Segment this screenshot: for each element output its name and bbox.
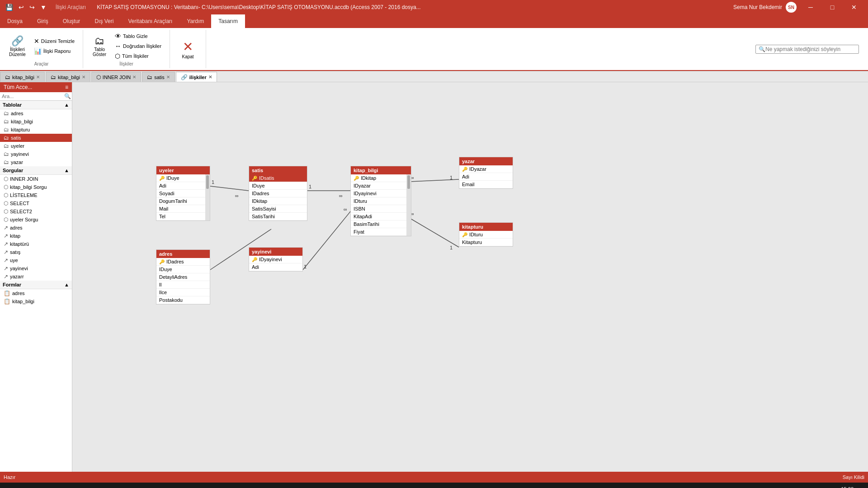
iliskiler-duzenle-btn[interactable]: 🔗 İlişkileriDüzenle bbox=[5, 33, 29, 59]
sidebar-item-kitap[interactable]: ↗ kitap bbox=[0, 232, 72, 240]
field-postakodu[interactable]: Postakodu bbox=[156, 296, 210, 304]
minimize-btn[interactable]: ─ bbox=[800, 0, 821, 14]
field-detayliadres[interactable]: DetayliAdres bbox=[156, 273, 210, 281]
field-soyadi[interactable]: Soyadi bbox=[156, 190, 205, 197]
windows-start-btn[interactable]: ⊞ bbox=[4, 484, 19, 488]
field-idturu[interactable]: IDturu bbox=[351, 197, 406, 205]
close-btn[interactable]: ✕ bbox=[844, 0, 864, 14]
field-idyazar[interactable]: IDyazar bbox=[351, 182, 406, 190]
field-yayinevi-adi[interactable]: Adi bbox=[249, 263, 302, 271]
field-kitapadi[interactable]: KitapAdi bbox=[351, 213, 406, 221]
sidebar-item-kitapform[interactable]: 📋 kitap_bilgi bbox=[0, 297, 72, 305]
field-satissayisi[interactable]: SatisSayisi bbox=[249, 205, 307, 213]
iliski-raporu-btn[interactable]: 📊 İlişki Raporu bbox=[31, 47, 77, 56]
field-mail[interactable]: Mail bbox=[156, 205, 205, 213]
uyeler-scrollbar[interactable] bbox=[205, 174, 210, 221]
doc-tab-innerjoin[interactable]: ⬡ INNER JOIN ✕ bbox=[91, 72, 141, 82]
save-quick-btn[interactable]: 💾 bbox=[4, 3, 15, 12]
field-yazar-email[interactable]: Email bbox=[459, 181, 513, 188]
sidebar-item-listeleme[interactable]: ⬡ LİSTELEME bbox=[0, 191, 72, 199]
tablo-gizle-btn[interactable]: 👁 Tablo Gizle bbox=[112, 32, 164, 41]
section-formlar[interactable]: Formlar ▲ bbox=[0, 281, 72, 289]
field-fiyat[interactable]: Fiyat bbox=[351, 228, 406, 236]
satis-close[interactable]: ✕ bbox=[166, 75, 170, 80]
field-satistarihi[interactable]: SatisTarihi bbox=[249, 213, 307, 221]
kitap-scrollbar[interactable] bbox=[406, 174, 411, 236]
field-satis-idadres[interactable]: IDadres bbox=[249, 190, 307, 197]
field-il[interactable]: Il bbox=[156, 281, 210, 289]
field-idadres[interactable]: 🔑 IDadres bbox=[156, 258, 210, 266]
doc-tab-satis[interactable]: 🗂 satis ✕ bbox=[142, 72, 175, 82]
store-btn[interactable]: 🛍 bbox=[84, 486, 98, 488]
sidebar-item-kitapturumacro[interactable]: ↗ kitaptürü bbox=[0, 240, 72, 248]
sidebar-item-select2[interactable]: ⬡ SELECT2 bbox=[0, 207, 72, 216]
field-basimtarihi[interactable]: BasimTarihi bbox=[351, 221, 406, 228]
ie-btn[interactable]: ℯ bbox=[52, 486, 64, 488]
field-idyayinevi[interactable]: 🔑 IDyayinevi bbox=[249, 256, 302, 263]
kapat-btn[interactable]: ✕ Kapat bbox=[179, 38, 198, 61]
sidebar-item-uyeler[interactable]: 🗂 uyeler bbox=[0, 142, 72, 150]
field-yazar-adi[interactable]: Adi bbox=[459, 173, 513, 181]
tum-iliskiler-btn[interactable]: ⬡ Tüm İlişkiler bbox=[112, 52, 164, 61]
explorer-btn[interactable]: 📁 bbox=[66, 486, 82, 488]
doc-tab-kitap2[interactable]: 🗂 kitap_bilgi ✕ bbox=[46, 72, 90, 82]
field-isbn[interactable]: ISBN bbox=[351, 205, 406, 213]
sidebar-search-input[interactable] bbox=[2, 94, 64, 99]
taskview-btn[interactable]: ⧉ bbox=[38, 486, 51, 488]
dogrudan-btn[interactable]: ↔ Doğrudan İlişkiler bbox=[112, 42, 164, 51]
sidebar-item-satis[interactable]: 🗂 satis bbox=[0, 134, 72, 142]
tab-veritabani[interactable]: Veritabanı Araçları bbox=[121, 14, 179, 28]
kitap2-close[interactable]: ✕ bbox=[82, 75, 85, 80]
section-collapse-icon3[interactable]: ▲ bbox=[64, 282, 69, 287]
tab-olustur[interactable]: Oluştur bbox=[56, 14, 88, 28]
field-ilce[interactable]: Ilce bbox=[156, 289, 210, 296]
kitap1-close[interactable]: ✕ bbox=[36, 75, 40, 80]
doc-tab-kitap1[interactable]: 🗂 kitap_bilgi ✕ bbox=[0, 72, 45, 82]
field-kitapturu[interactable]: Kitapturu bbox=[459, 239, 513, 246]
field-idyazar[interactable]: 🔑 IDyazar bbox=[459, 165, 513, 173]
field-iduye[interactable]: 🔑 IDuye bbox=[156, 174, 205, 182]
sidebar-item-kitapturu[interactable]: 🗂 kitapturu bbox=[0, 126, 72, 134]
sidebar-item-uye[interactable]: ↗ uye bbox=[0, 256, 72, 264]
tab-dis-veri[interactable]: Dış Veri bbox=[87, 14, 121, 28]
field-satis-iduye[interactable]: IDuye bbox=[249, 182, 307, 190]
section-collapse-icon2[interactable]: ▲ bbox=[64, 168, 69, 173]
sidebar-item-adres[interactable]: 🗂 adres bbox=[0, 109, 72, 117]
tab-dosya[interactable]: Dosya bbox=[0, 14, 30, 28]
sidebar-item-yazarr[interactable]: ↗ yazarr bbox=[0, 272, 72, 281]
innerjoin-close[interactable]: ✕ bbox=[132, 75, 136, 80]
field-idturu[interactable]: 🔑 IDturu bbox=[459, 231, 513, 239]
linux-btn[interactable]: 🐧 bbox=[157, 486, 174, 488]
ribbon-search-input[interactable] bbox=[765, 46, 856, 52]
amazon-btn[interactable]: a bbox=[114, 486, 126, 488]
field-tel[interactable]: Tel bbox=[156, 213, 205, 221]
sidebar-item-uyelersorgu[interactable]: ⬡ uyeler Sorgu bbox=[0, 216, 72, 224]
tab-tasarim[interactable]: Tasarım bbox=[211, 14, 245, 28]
sidebar-menu-icon[interactable]: ≡ bbox=[65, 84, 68, 90]
field-adi[interactable]: Adi bbox=[156, 182, 205, 190]
field-idkitap[interactable]: 🔑 IDkitap bbox=[351, 174, 406, 182]
doc-tab-iliskiler[interactable]: 🔗 ilişkiler ✕ bbox=[176, 72, 217, 82]
field-idyayinevi[interactable]: IDyayinevi bbox=[351, 190, 406, 197]
iliskiler-close[interactable]: ✕ bbox=[208, 75, 212, 80]
section-tablolar[interactable]: Tablolar ▲ bbox=[0, 101, 72, 109]
sidebar-item-adresform[interactable]: 📋 adres bbox=[0, 289, 72, 297]
tablo-goster-btn[interactable]: 🗂 TabloGöster bbox=[89, 33, 110, 59]
sidebar-item-yazar[interactable]: 🗂 yazar bbox=[0, 158, 72, 166]
tab-giris[interactable]: Giriş bbox=[30, 14, 56, 28]
duzen-temizle-btn[interactable]: ✕ Düzeni Temizle bbox=[31, 37, 77, 46]
sidebar-item-satismacro[interactable]: ↗ satış bbox=[0, 248, 72, 256]
sidebar-item-yayinevi[interactable]: 🗂 yayinevi bbox=[0, 150, 72, 158]
sidebar-item-kitap-bilgi[interactable]: 🗂 kitap_bilgi bbox=[0, 117, 72, 126]
redo-quick-btn[interactable]: ↪ bbox=[28, 3, 37, 12]
access-btn[interactable]: A bbox=[175, 486, 188, 488]
dropdown-quick-btn[interactable]: ▼ bbox=[38, 3, 48, 12]
field-adres-iduye[interactable]: IDuye bbox=[156, 266, 210, 273]
undo-quick-btn[interactable]: ↩ bbox=[17, 3, 26, 12]
section-collapse-icon[interactable]: ▲ bbox=[64, 102, 69, 108]
sidebar-item-yayinevimacro[interactable]: ↗ yayinevi bbox=[0, 264, 72, 272]
mail-btn[interactable]: ✉ bbox=[127, 486, 141, 488]
sidebar-item-kitapsorgu[interactable]: ⬡ kitap_bilgi Sorgu bbox=[0, 183, 72, 191]
extra-btn[interactable]: ✦ bbox=[189, 486, 203, 488]
ribbon-search-bar[interactable]: 🔍 bbox=[755, 45, 859, 54]
